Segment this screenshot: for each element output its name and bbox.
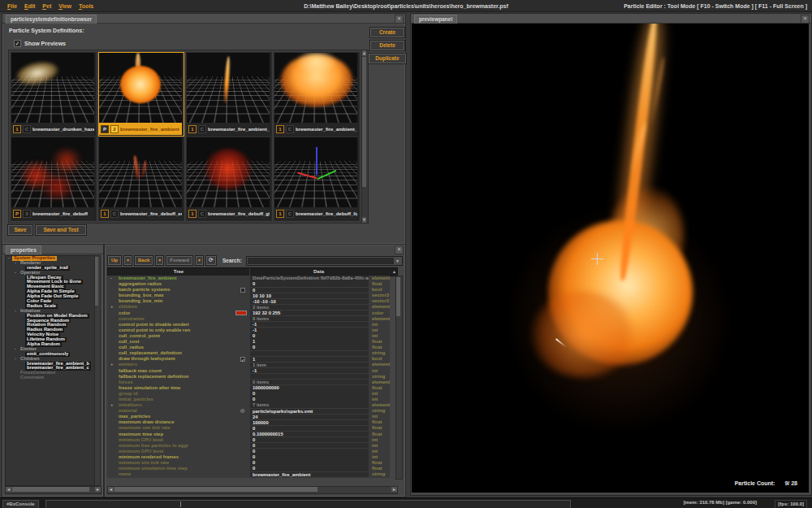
attribute-value[interactable]: 0	[250, 391, 369, 396]
attribute-row-cull-cost[interactable]: cull_cost1float	[107, 339, 390, 345]
scroll-up-icon[interactable]: ▲	[362, 50, 366, 56]
thumbnail-brewmaster_fire_ambient[interactable]: P2brewmaster_fire_ambient	[98, 52, 184, 137]
scroll-right-icon[interactable]: ►	[95, 487, 101, 492]
attribute-row-name[interactable]: namebrewmaster_fire_ambientstring	[107, 471, 390, 477]
console-input[interactable]	[45, 500, 571, 508]
attribute-value[interactable]: 0	[250, 345, 369, 350]
attribute-row-batch-particle-systems[interactable]: batch particle systems0bool	[107, 287, 390, 293]
attribute-value[interactable]: 24	[250, 415, 369, 419]
attribute-value[interactable]: 0	[250, 449, 369, 454]
scrollbar-thumb[interactable]	[114, 487, 317, 492]
attribute-value[interactable]: 192 32 0 255	[250, 310, 369, 315]
attribute-value[interactable]: 2 items	[250, 305, 369, 310]
attribute-value[interactable]: 0.1000000015	[250, 432, 369, 436]
attribute-value[interactable]: 1000000000	[250, 385, 369, 390]
column-header-tree[interactable]: Tree	[108, 268, 250, 276]
attribute-row-forces[interactable]: forces0 itemselement_array	[107, 380, 390, 385]
attribute-row-control-point-to-disable-renderi[interactable]: control point to disable renderi-1int	[107, 322, 390, 328]
attribute-value[interactable]: 0	[250, 460, 369, 465]
close-icon[interactable]: ×	[395, 15, 404, 24]
checkbox-unchecked[interactable]	[240, 288, 245, 293]
attribute-row-initial-particles[interactable]: initial_particles0int	[107, 397, 390, 402]
attribute-row-constraints[interactable]: constraints0 itemselement_array	[107, 316, 390, 322]
tab-particlesystemdefinitionbrowser[interactable]: particlesystemdefinitionbrowser	[6, 15, 97, 24]
tree-vertical-scrollbar[interactable]	[94, 255, 101, 486]
forward-button[interactable]: Forward	[166, 255, 193, 266]
attribute-row-maximum-time-step[interactable]: maximum time step0.1000000015float	[107, 432, 390, 437]
back-button[interactable]: Back	[134, 255, 153, 266]
search-input[interactable]: ▼	[246, 256, 403, 266]
scrollbar-thumb[interactable]	[12, 487, 89, 492]
attribute-value[interactable]: 0	[250, 426, 369, 431]
attribute-row-maximum-sim-tick-rate[interactable]: maximum sim tick rate0float	[107, 425, 390, 431]
attribute-value[interactable]: 0	[250, 288, 369, 293]
scrollbar-thumb[interactable]	[396, 277, 400, 316]
inspector-horizontal-scrollbar[interactable]: ◄ ►	[107, 486, 398, 494]
attribute-row-group-id[interactable]: group id0int	[107, 391, 390, 397]
save-button[interactable]: Save	[7, 224, 33, 236]
attribute-row-cull-radius[interactable]: cull_radius0float	[107, 345, 390, 350]
material-picker-icon[interactable]: ◎	[240, 408, 245, 414]
thumbnail-brewmaster_drunken_haze_st[interactable]: 1Cbrewmaster_drunken_haze_st	[11, 52, 97, 137]
attribute-value[interactable]: -1	[250, 368, 369, 373]
attribute-row-emitters[interactable]: emitters+1 itemelement_array	[107, 362, 390, 367]
color-swatch[interactable]	[235, 310, 247, 315]
attribute-row-children[interactable]: children+2 itemselement_array	[107, 304, 390, 310]
attribute-row-bounding-box-min[interactable]: bounding_box_min-10 -10 -10vector3	[107, 298, 390, 304]
attribute-value[interactable]: 1	[250, 357, 369, 362]
attribute-value[interactable]: 1 item	[250, 363, 369, 367]
attribute-value[interactable]: -10 -10 -10	[250, 299, 369, 304]
scroll-left-icon[interactable]: ◄	[6, 487, 11, 492]
checkbox-check-icon[interactable]: ✓	[14, 40, 21, 47]
checkbox-checked[interactable]: ✓	[240, 357, 245, 362]
attribute-value[interactable]: particle\sparks\sparks.vmt	[250, 409, 369, 414]
duplicate-button[interactable]: Duplicate	[368, 53, 407, 64]
tree-horizontal-scrollbar[interactable]: ◄ ►	[5, 486, 102, 494]
attribute-value[interactable]: 0	[250, 466, 369, 471]
tab-properties[interactable]: properties	[6, 245, 41, 254]
attribute-row-minimum-simulation-time-step[interactable]: minimum simulation time step0float	[107, 466, 390, 471]
attribute-row-color[interactable]: color192 32 0 255color	[107, 310, 390, 316]
attribute-value[interactable]: 7 items	[250, 402, 369, 407]
sort-indicator-icon[interactable]: ▲	[392, 268, 396, 276]
attribute-value[interactable]: 0	[250, 454, 369, 459]
scrollbar-thumb[interactable]	[95, 257, 98, 306]
back-dropdown-icon[interactable]: ▼	[155, 255, 164, 266]
inspector-vertical-scrollbar[interactable]	[395, 276, 403, 480]
show-previews-checkbox[interactable]: ✓ Show Previews	[14, 40, 66, 47]
thumbnail-brewmaster_fire_ambient_b[interactable]: 1Cbrewmaster_fire_ambient_b	[186, 52, 272, 137]
attribute-value[interactable]: 1	[250, 339, 369, 344]
scroll-right-icon[interactable]: ►	[391, 487, 397, 492]
attribute-row-control-point-to-only-enable-ren[interactable]: control point to only enable ren-1int	[107, 328, 390, 333]
delete-button[interactable]: Delete	[369, 40, 405, 51]
attribute-row-aggregation-radius[interactable]: aggregation radius0float	[107, 281, 390, 287]
scrollbar-thumb[interactable]	[362, 57, 366, 187]
particle-preview-viewport[interactable]: Particle Count: 9/ 28	[412, 24, 809, 493]
attribute-row-cull-control-point[interactable]: cull_control_point0int	[107, 333, 390, 339]
scroll-left-icon[interactable]: ◄	[108, 487, 114, 492]
attribute-row-minimum-cpu-level[interactable]: minimum CPU level0int	[107, 437, 390, 443]
save-and-test-button[interactable]: Save and Test	[35, 224, 87, 236]
attribute-row-minimum-sim-tick-rate[interactable]: minimum sim tick rate0float	[107, 460, 390, 466]
close-icon[interactable]: ×	[395, 245, 404, 254]
attribute-value[interactable]: 0	[250, 281, 369, 286]
attribute-value[interactable]	[250, 351, 369, 356]
combo-dropdown-icon[interactable]: ▼	[394, 258, 401, 264]
console-toggle[interactable]: #BxConsole	[2, 500, 39, 508]
forward-dropdown-icon[interactable]: ▼	[195, 255, 204, 266]
attribute-row-fallback-replacement-definition[interactable]: fallback replacement definitionstring	[107, 374, 390, 380]
expander-icon[interactable]: +	[110, 402, 113, 408]
attribute-row-minimum-rendered-frames[interactable]: minimum rendered frames0int	[107, 454, 390, 460]
attribute-value[interactable]: DmeParticleSystemDefinition fbf7d82b-8a8…	[250, 276, 369, 280]
scroll-down-icon[interactable]: ▼	[362, 217, 366, 223]
column-header-data[interactable]: Data	[250, 268, 387, 276]
attribute-value[interactable]: brewmaster_fire_ambient	[250, 472, 369, 477]
attribute-row-material[interactable]: material◎particle\sparks\sparks.vmtstrin…	[107, 408, 390, 414]
attribute-row-minimum-gpu-level[interactable]: minimum GPU level0int	[107, 449, 390, 454]
expander-icon[interactable]: +	[110, 362, 113, 367]
create-button[interactable]: Create	[369, 27, 405, 38]
thumbnail-brewmaster_fire_debuff_light[interactable]: 1Cbrewmaster_fire_debuff_light	[274, 137, 360, 221]
attribute-value[interactable]: 0	[250, 333, 369, 338]
expander-icon[interactable]: +	[110, 304, 113, 310]
attribute-row-fallback-max-count[interactable]: fallback max count-1int	[107, 368, 390, 374]
